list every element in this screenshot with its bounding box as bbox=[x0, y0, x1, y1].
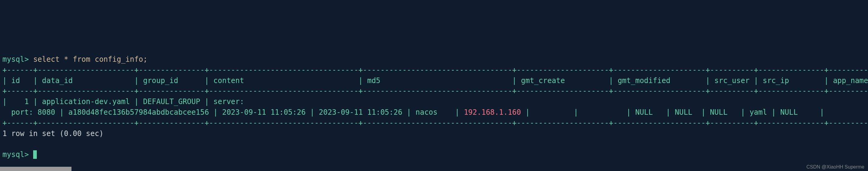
terminal-output: mysql> select * from config_info; +-----… bbox=[2, 44, 866, 160]
bottom-bar bbox=[0, 167, 71, 171]
mysql-prompt: mysql> bbox=[2, 55, 33, 64]
table-row-part2: port: 8080 | a180d48fec136b57984abdbcabc… bbox=[2, 108, 464, 117]
table-border-mid: +------+----------------------+---------… bbox=[2, 87, 868, 95]
table-border-top: +------+----------------------+---------… bbox=[2, 66, 868, 74]
sql-command: select * from config_info; bbox=[33, 55, 148, 64]
result-summary: 1 row in set (0.00 sec) bbox=[2, 129, 103, 138]
cursor[interactable] bbox=[33, 150, 37, 159]
table-header: | id | data_id | group_id | content | md… bbox=[2, 76, 868, 85]
table-border-bot: +------+----------------------+---------… bbox=[2, 119, 868, 127]
mysql-prompt-2[interactable]: mysql> bbox=[2, 150, 33, 159]
watermark: CSDN @XiaoHH Superme bbox=[806, 163, 864, 170]
table-row-part1: | 1 | application-dev.yaml | DEFAULT_GRO… bbox=[2, 97, 244, 106]
table-row-part3: | | | NULL | NULL | NULL | yaml | NULL | bbox=[521, 108, 824, 117]
src-ip-value: 192.168.1.160 bbox=[464, 108, 521, 117]
